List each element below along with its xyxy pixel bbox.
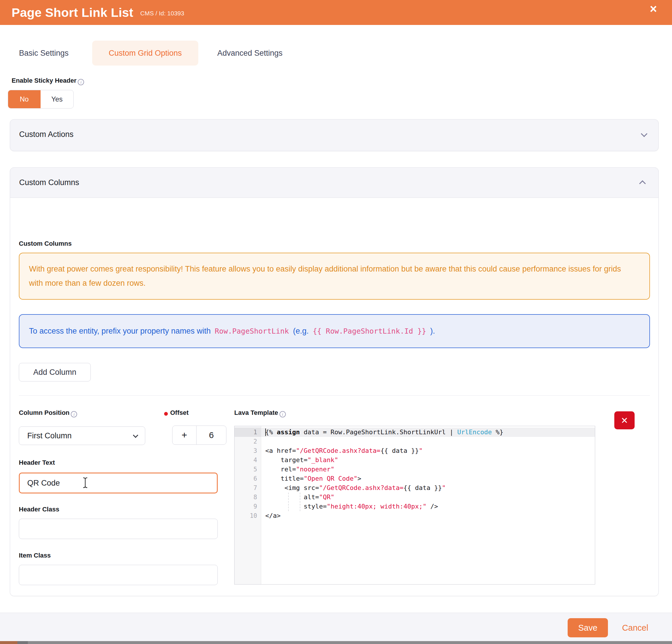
- offset-increment-button[interactable]: +: [172, 426, 196, 444]
- column-position-value: First Column: [27, 431, 72, 440]
- info-icon: i: [71, 411, 77, 418]
- code-line: 5 rel="noopener": [235, 465, 595, 474]
- chevron-down-icon: [133, 433, 138, 438]
- page-background-strip: [28, 641, 672, 644]
- info-alert-text: (e.g.: [293, 327, 309, 336]
- modal-footer: Save Cancel: [0, 613, 672, 641]
- toggle-yes-button[interactable]: Yes: [40, 90, 73, 108]
- code-line: 3<a href="/GetQRCode.ashx?data={{ data }…: [235, 446, 595, 455]
- info-alert-text: ).: [430, 327, 435, 336]
- column-position-select[interactable]: First Column: [19, 426, 145, 445]
- offset-label: Offset: [170, 409, 189, 417]
- info-icon: i: [279, 411, 286, 418]
- header-class-input[interactable]: [19, 519, 218, 539]
- chevron-down-icon[interactable]: [641, 130, 648, 137]
- custom-actions-panel-header[interactable]: Custom Actions: [10, 119, 658, 149]
- page-title: Page Short Link List: [12, 5, 133, 20]
- info-alert-code: {{ Row.PageShortLink.Id }}: [313, 327, 426, 335]
- modal-header: Page Short Link List CMS / Id: 10393 ×: [0, 0, 672, 25]
- required-dot-icon: [164, 412, 168, 416]
- indent-guide: [288, 493, 289, 511]
- cancel-button[interactable]: Cancel: [618, 618, 652, 637]
- save-button[interactable]: Save: [568, 618, 608, 637]
- offset-value[interactable]: 6: [196, 426, 226, 444]
- custom-columns-title: Custom Columns: [19, 178, 641, 187]
- add-column-button[interactable]: Add Column: [19, 363, 91, 382]
- item-class-label: Item Class: [19, 552, 51, 559]
- ibeam-cursor-icon: [82, 477, 88, 489]
- header-class-label: Header Class: [19, 506, 59, 513]
- header-text-input[interactable]: [19, 472, 218, 493]
- custom-actions-title: Custom Actions: [19, 130, 641, 139]
- code-line: 7 <img src="/GetQRCode.ashx?data={{ data…: [235, 483, 595, 493]
- info-icon: i: [78, 79, 84, 85]
- custom-columns-panel-body: Custom Columns With great power comes gr…: [10, 198, 658, 596]
- custom-actions-panel: Custom Actions: [10, 119, 659, 151]
- warning-alert: With great power comes great responsibil…: [19, 253, 650, 300]
- lava-template-label: Lava Template: [234, 409, 278, 416]
- offset-stepper: + 6: [172, 425, 226, 445]
- divider: [19, 395, 650, 396]
- toggle-no-button[interactable]: No: [8, 90, 40, 108]
- custom-columns-field-label: Custom Columns: [19, 240, 72, 247]
- code-line: 4 target="_blank": [235, 455, 595, 465]
- code-line: 1{% assign data = Row.PageShortLink.Shor…: [235, 428, 595, 437]
- column-position-label: Column Position: [19, 409, 70, 416]
- info-alert-code: Row.PageShortLink: [215, 327, 289, 335]
- sticky-header-label: Enable Sticky Header: [12, 77, 76, 84]
- lava-code-editor[interactable]: 1{% assign data = Row.PageShortLink.Shor…: [234, 426, 595, 585]
- page-background-strip: [17, 641, 28, 644]
- item-class-input[interactable]: [19, 565, 218, 585]
- custom-columns-panel-header[interactable]: Custom Columns: [10, 168, 658, 198]
- info-alert: To access the entity, prefix your proper…: [19, 314, 650, 348]
- page-subtitle: CMS / Id: 10393: [140, 10, 184, 17]
- code-line: 6 title="Open QR Code">: [235, 474, 595, 483]
- code-line: 10</a>: [235, 511, 595, 520]
- tab-advanced-settings[interactable]: Advanced Settings: [206, 40, 293, 66]
- page-background-strip: [0, 641, 17, 644]
- close-icon[interactable]: ×: [650, 3, 657, 15]
- tab-basic-settings[interactable]: Basic Settings: [10, 40, 77, 66]
- header-text-label: Header Text: [19, 459, 55, 467]
- indent-guide: [300, 493, 300, 511]
- custom-columns-panel: Custom Columns Custom Columns With great…: [10, 167, 659, 596]
- delete-column-button[interactable]: ✕: [614, 411, 635, 429]
- sticky-header-toggle: No Yes: [8, 90, 74, 108]
- code-line: 2: [235, 437, 595, 446]
- info-alert-text: To access the entity, prefix your proper…: [29, 327, 211, 336]
- text-cursor: [265, 429, 266, 436]
- tab-custom-grid-options[interactable]: Custom Grid Options: [92, 40, 198, 66]
